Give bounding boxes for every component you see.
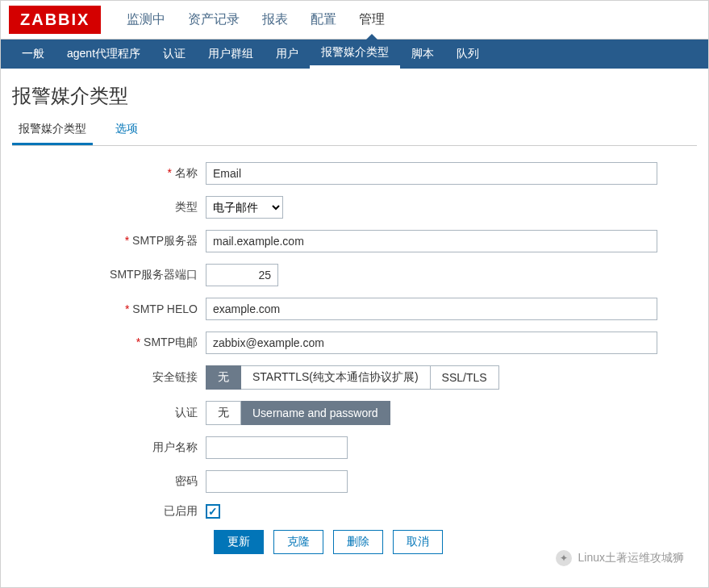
sub-nav: 一般 agent代理程序 认证 用户群组 用户 报警媒介类型 脚本 队列 [1, 40, 708, 69]
auth-userpass[interactable]: Username and password [241, 401, 390, 425]
page-title: 报警媒介类型 [1, 69, 708, 117]
password-label: 密码 [12, 474, 206, 489]
subnav-scripts[interactable]: 脚本 [400, 40, 445, 69]
form: *名称 类型 电子邮件 *SMTP服务器 SMTP服务器端口 *SMTP HEL… [1, 162, 708, 554]
clone-button[interactable]: 克隆 [273, 530, 323, 554]
smtp-port-input[interactable] [206, 264, 278, 286]
auth-segmented: 无 Username and password [206, 401, 390, 425]
topnav-monitor[interactable]: 监测中 [115, 1, 177, 40]
username-input[interactable] [206, 436, 348, 459]
update-button[interactable]: 更新 [214, 530, 264, 554]
subnav-queue[interactable]: 队列 [445, 40, 490, 69]
subnav-proxies[interactable]: agent代理程序 [56, 40, 152, 69]
smtp-email-label: *SMTP电邮 [12, 336, 206, 350]
enabled-label: 已启用 [12, 504, 206, 519]
tab-mediatype[interactable]: 报警媒介类型 [12, 117, 93, 145]
security-label: 安全链接 [12, 370, 206, 385]
topnav-config[interactable]: 配置 [299, 1, 348, 40]
watermark-text: Linux土著运维攻城狮 [578, 551, 684, 565]
delete-button[interactable]: 删除 [333, 530, 383, 554]
security-starttls[interactable]: STARTTLS(纯文本通信协议扩展) [241, 365, 431, 390]
cancel-button[interactable]: 取消 [393, 530, 443, 554]
subnav-mediatypes[interactable]: 报警媒介类型 [310, 40, 400, 69]
topnav-admin-label: 管理 [359, 11, 385, 28]
auth-label: 认证 [12, 406, 206, 420]
security-none[interactable]: 无 [206, 365, 241, 390]
name-label: *名称 [12, 166, 206, 181]
smtp-port-label: SMTP服务器端口 [12, 268, 206, 282]
smtp-server-label: *SMTP服务器 [12, 234, 206, 248]
subnav-usergroups[interactable]: 用户群组 [197, 40, 265, 69]
tab-options[interactable]: 选项 [109, 117, 144, 145]
logo: ZABBIX [9, 6, 101, 34]
subnav-users[interactable]: 用户 [265, 40, 310, 69]
top-bar: ZABBIX 监测中 资产记录 报表 配置 管理 [1, 1, 708, 40]
enabled-checkbox[interactable]: ✓ [206, 504, 220, 519]
smtp-server-input[interactable] [206, 230, 657, 252]
password-input[interactable] [206, 470, 348, 493]
username-label: 用户名称 [12, 440, 206, 455]
watermark: ✦ Linux土著运维攻城狮 [556, 550, 684, 566]
security-ssltls[interactable]: SSL/TLS [431, 365, 499, 390]
name-input[interactable] [206, 162, 657, 185]
smtp-helo-label: *SMTP HELO [12, 302, 206, 315]
topnav-reports[interactable]: 报表 [251, 1, 299, 40]
smtp-email-input[interactable] [206, 332, 657, 354]
tabs: 报警媒介类型 选项 [12, 117, 697, 146]
type-label: 类型 [12, 200, 206, 215]
topnav-admin[interactable]: 管理 [348, 1, 396, 40]
type-select[interactable]: 电子邮件 [206, 196, 283, 219]
topnav-inventory[interactable]: 资产记录 [177, 1, 251, 40]
auth-none[interactable]: 无 [206, 401, 241, 425]
subnav-auth[interactable]: 认证 [152, 40, 197, 69]
smtp-helo-input[interactable] [206, 298, 657, 320]
wechat-icon: ✦ [556, 550, 572, 566]
caret-down-icon [365, 27, 378, 40]
security-segmented: 无 STARTTLS(纯文本通信协议扩展) SSL/TLS [206, 365, 499, 390]
subnav-general[interactable]: 一般 [10, 40, 56, 69]
